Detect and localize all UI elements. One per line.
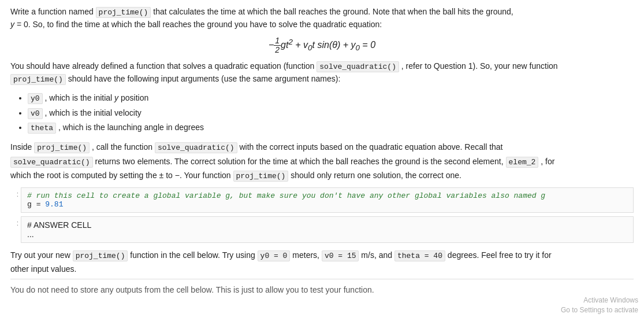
try-v0: v0 = 15 (322, 250, 359, 261)
answer-dots: ... (27, 230, 627, 239)
code-cell-1: : # run this cell to create a global var… (10, 187, 634, 213)
v0-text: , which is the initial velocity (43, 108, 142, 117)
cell-gutter-1: : (10, 187, 21, 198)
try-text-1a: Try out your new (10, 250, 73, 260)
theta-code: theta (28, 123, 56, 134)
inside-text-3b: should only return one solution, the cor… (288, 171, 461, 180)
y0-text: , which is the initial y position (43, 93, 149, 102)
activate-line1: Activate Windows (561, 296, 638, 305)
inside-solve-quad-code: solve_quadratic() (155, 142, 237, 153)
cell-gutter-2: : (10, 216, 21, 227)
try-theta: theta = 40 (394, 250, 445, 261)
inside-text-2b: returns two elements. The correct soluti… (93, 157, 506, 166)
solve-quad-code-desc: solve_quadratic() (317, 61, 399, 72)
v0-code: v0 (28, 108, 43, 119)
desc-text-1b: , refer to Question 1). So, your new fun… (399, 61, 558, 71)
try-text-1c: meters, (290, 250, 321, 260)
equation-block: −12gt2 + v0t sin(θ) + y0 = 0 (10, 36, 634, 55)
try-text-1b: function in the cell below. Try using (128, 250, 257, 260)
inside-text-1a: Inside (10, 142, 34, 152)
try-proj-time: proj_time() (73, 250, 128, 261)
main-content: Write a function named proj_time() that … (0, 0, 644, 302)
try-text-1d: m/s, and (359, 250, 394, 260)
g-equals: = (36, 200, 46, 209)
intro-text-1: Write a function named (10, 7, 96, 16)
inside-text-1c: with the correct inputs based on the qua… (237, 142, 503, 152)
list-item-y0: y0 , which is the initial y position (28, 91, 634, 105)
inside-solve-quad-2: solve_quadratic() (10, 157, 93, 168)
try-text-2: other input values. (10, 264, 76, 274)
inside-proj-time-2: proj_time() (233, 171, 289, 182)
proj-time-code-desc: proj_time() (10, 74, 66, 85)
intro-text-2: that calculates the time at which the ba… (151, 7, 513, 16)
activate-line2: Go to Settings to activate (561, 305, 638, 315)
equation: −12gt2 + v0t sin(θ) + y0 = 0 (269, 40, 375, 50)
cell-code-1: g = 9.81 (27, 200, 627, 209)
desc-text-1c: should have the following input argument… (66, 74, 341, 83)
cell-comment-1: # run this cell to create a global varia… (27, 191, 627, 200)
intro-paragraph: Write a function named proj_time() that … (10, 6, 634, 31)
theta-text: , which is the launching angle in degree… (56, 123, 204, 132)
inside-text-1b: , call the function (90, 142, 155, 152)
list-item-v0: v0 , which is the initial velocity (28, 106, 634, 120)
inside-proj-time-code: proj_time() (34, 142, 90, 153)
code-cell-2: : # ANSWER CELL ... (10, 216, 634, 243)
separator (10, 279, 634, 279)
try-text-1e: degrees. Feel free to try it for (445, 250, 552, 260)
g-value: 9.81 (45, 200, 63, 209)
list-item-theta: theta , which is the launching angle in … (28, 120, 634, 135)
inside-text-2c: , for (538, 157, 554, 166)
argument-list: y0 , which is the initial y position v0 … (28, 91, 634, 135)
try-paragraph: Try out your new proj_time() function in… (10, 249, 634, 275)
cell-body-1[interactable]: # run this cell to create a global varia… (21, 187, 634, 213)
desc-text-1: You should have already defined a functi… (10, 61, 317, 71)
answer-comment: # ANSWER CELL (27, 220, 627, 230)
cell-body-2[interactable]: # ANSWER CELL ... (21, 216, 634, 243)
proj-time-code-1: proj_time() (96, 7, 151, 18)
footer-text: You do not need to store any outputs fro… (10, 285, 374, 294)
description-paragraph: You should have already defined a functi… (10, 60, 634, 85)
footer-paragraph: You do not need to store any outputs fro… (10, 284, 634, 296)
intro-line2: y = 0. So, to find the time at which the… (10, 20, 382, 29)
g-var: g (27, 200, 32, 209)
elem2-code: elem_2 (506, 157, 539, 168)
y0-code: y0 (28, 93, 43, 104)
try-y0: y0 = 0 (258, 250, 291, 261)
inside-text-3: which the root is computed by setting th… (10, 171, 233, 180)
activate-windows-watermark: Activate Windows Go to Settings to activ… (561, 296, 638, 315)
inside-paragraph: Inside proj_time() , call the function s… (10, 141, 634, 182)
